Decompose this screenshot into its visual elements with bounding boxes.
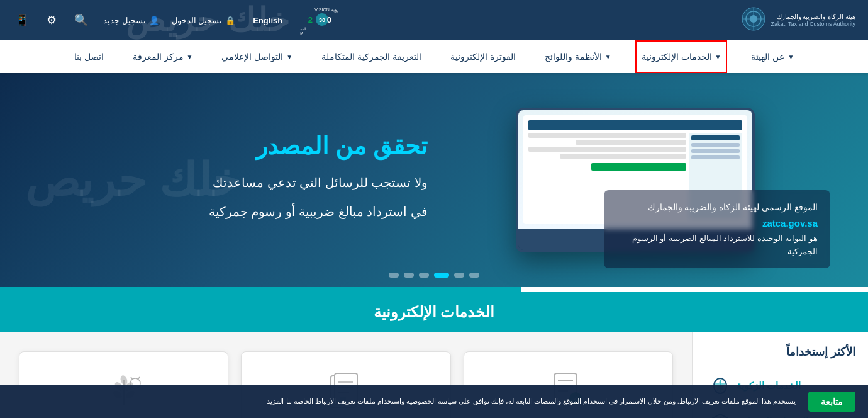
info-box-main-text: الموقع الرسمي لهيئة الزكاة والضريبة والج…: [616, 200, 818, 215]
mobile-icon: 📱: [15, 14, 29, 26]
svg-text:رؤية VISION: رؤية VISION: [314, 8, 338, 13]
nav-item-eservices[interactable]: ▼ الخدمات الإلكترونية: [635, 40, 728, 73]
media-chevron-icon: ▼: [286, 54, 292, 60]
mobile-button[interactable]: 📱: [13, 11, 31, 30]
services-sidebar-title: الأكثر إستخداماً: [705, 345, 855, 359]
search-icon: 🔍: [74, 14, 88, 26]
screen-line-1: [528, 133, 686, 138]
carousel-dot-2[interactable]: [454, 273, 464, 278]
services-header: الخدمات الإلكترونية: [0, 292, 868, 332]
nav-item-contact[interactable]: اتصل بنا: [69, 40, 109, 73]
svg-text:KINGDOM OF SAUDI ARABIA: KINGDOM OF SAUDI ARABIA: [300, 31, 304, 35]
services-header-title: الخدمات الإلكترونية: [25, 303, 843, 321]
cookie-text: يستخدم هذا الموقع ملفات تعريف الارتباط. …: [13, 396, 796, 407]
carousel-dot-1[interactable]: [469, 273, 479, 278]
nav-item-customs[interactable]: التعريفة الجمركية المتكاملة: [316, 40, 426, 73]
nav-item-about[interactable]: ▼ عن الهيئة: [746, 40, 799, 73]
svg-text:0: 0: [327, 15, 331, 25]
carousel-dot-4[interactable]: [419, 273, 429, 278]
authority-icon: [741, 6, 766, 34]
authority-name-ar: هيئة الزكاة والضريبة والجمارك: [771, 13, 855, 21]
settings-button[interactable]: ⚙: [44, 11, 59, 30]
info-box-subtext: هو البوابة الوحيدة للاسترداد المبالغ الض…: [616, 232, 818, 259]
english-button[interactable]: English: [248, 13, 287, 28]
svg-text:2: 2: [308, 15, 313, 25]
gear-icon: ⚙: [47, 14, 57, 26]
login-link[interactable]: 🔒 تسجيل الدخول: [172, 16, 236, 25]
main-navigation: ▼ عن الهيئة ▼ الخدمات الإلكترونية ▼ الأن…: [0, 40, 868, 73]
carousel-dot-6[interactable]: [389, 273, 399, 278]
authority-logo-area: هيئة الزكاة والضريبة والجمارك Zakat, Tax…: [741, 6, 855, 34]
info-box: الموقع الرسمي لهيئة الزكاة والضريبة والج…: [604, 190, 830, 268]
vision-logo-area: رؤية VISION 2 30 0 المملكة العربية السعو…: [300, 5, 353, 35]
systems-chevron-icon: ▼: [605, 54, 611, 60]
hero-subtitle-2: في استرداد مبالغ ضريبية أو رسوم جمركية: [38, 200, 428, 223]
cookie-bar: متابعة يستخدم هذا الموقع ملفات تعريف الا…: [0, 385, 868, 418]
cookie-accept-button[interactable]: متابعة: [808, 392, 855, 412]
hero-title: تحقق من المصدر: [38, 131, 428, 162]
top-bar: هيئة الزكاة والضريبة والجمارك Zakat, Tax…: [0, 0, 868, 40]
register-link[interactable]: 👤 تسجيل جديد: [103, 16, 159, 25]
search-button[interactable]: 🔍: [72, 11, 91, 30]
eservices-chevron-icon: ▼: [715, 54, 721, 60]
teal-accent-bar: [0, 287, 521, 292]
info-box-link[interactable]: zatca.gov.sa: [616, 218, 818, 229]
carousel-dot-3[interactable]: [434, 273, 449, 278]
authority-name-en: Zakat, Tax and Customs Authority: [771, 21, 855, 28]
user-plus-icon: 👤: [149, 16, 159, 25]
carousel-dots: [389, 273, 479, 278]
screen-line-3: [528, 147, 686, 152]
about-chevron-icon: ▼: [787, 54, 794, 60]
knowledge-chevron-icon: ▼: [187, 54, 193, 60]
nav-item-systems[interactable]: ▼ الأنظمة واللوائح: [540, 40, 616, 73]
screen-line-2: [576, 140, 686, 145]
svg-text:30: 30: [319, 17, 325, 23]
screen-line-4: [560, 154, 686, 159]
carousel-dot-5[interactable]: [404, 273, 414, 278]
screen-header: [528, 120, 742, 130]
nav-item-knowledge[interactable]: ▼ مركز المعرفة: [128, 40, 198, 73]
svg-text:المملكة العربية السعودية: المملكة العربية السعودية: [300, 27, 306, 31]
nav-item-media[interactable]: ▼ التواصل الإعلامي: [216, 40, 298, 73]
hero-subtitle-1: ولا تستجب للرسائل التي تدعي مساعدتك: [38, 171, 428, 194]
top-bar-left: رؤية VISION 2 30 0 المملكة العربية السعو…: [13, 5, 353, 35]
nav-item-einvoice[interactable]: الفوترة الإلكترونية: [445, 40, 521, 73]
hero-content: تحقق من المصدر ولا تستجب للرسائل التي تد…: [38, 131, 440, 229]
hero-section: خلك حريص تحقق من المصدر ولا تستجب للرسائ…: [0, 73, 868, 287]
lock-icon: 🔒: [225, 16, 235, 25]
screen-button: [591, 163, 686, 171]
